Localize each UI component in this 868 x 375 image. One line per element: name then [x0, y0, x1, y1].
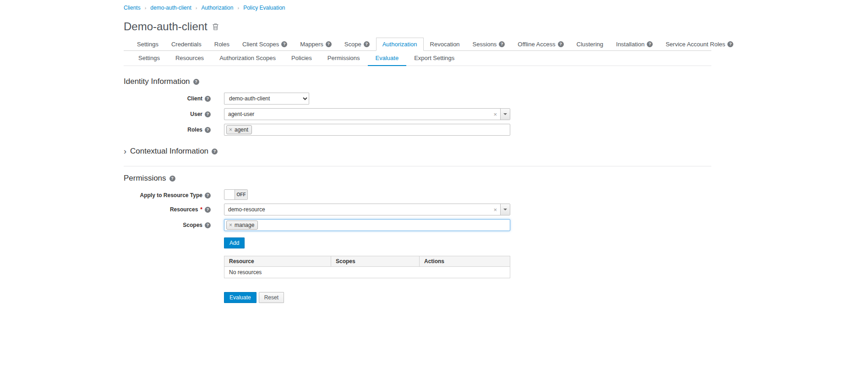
help-icon: ? [281, 41, 287, 47]
tab-label: Roles [214, 41, 229, 48]
breadcrumb: Clients › demo-auth-client › Authorizati… [124, 5, 711, 11]
tab-label: Scope [344, 41, 361, 48]
help-icon: ? [499, 41, 505, 47]
help-icon[interactable]: ? [205, 96, 211, 102]
clear-resource-icon[interactable]: × [490, 207, 500, 213]
tab-service-account-roles[interactable]: Service Account Roles? [659, 38, 740, 51]
tab-settings[interactable]: Settings [131, 38, 165, 51]
remove-role-icon[interactable]: × [229, 127, 232, 132]
subtab-resources[interactable]: Resources [168, 51, 212, 66]
identity-information-title: Identity Information ? [124, 77, 711, 86]
tab-label: Revocation [430, 41, 460, 48]
tab-label: Clustering [577, 41, 604, 48]
tab-label: Client Scopes [242, 41, 279, 48]
scopes-multiselect[interactable]: × manage [224, 219, 510, 231]
subtab-authorization-scopes[interactable]: Authorization Scopes [212, 51, 284, 66]
tab-roles[interactable]: Roles [208, 38, 236, 51]
table-row: No resources [224, 267, 510, 278]
tab-installation[interactable]: Installation? [610, 38, 659, 51]
page-content: Clients › demo-auth-client › Authorizati… [124, 0, 711, 303]
reset-button[interactable]: Reset [259, 292, 284, 303]
tab-revocation[interactable]: Revocation [424, 38, 466, 51]
tab-label: Settings [137, 41, 158, 48]
page-title: Demo-auth-client [124, 20, 207, 33]
tab-clustering[interactable]: Clustering [570, 38, 610, 51]
tab-label: Mappers [300, 41, 323, 48]
subtab-evaluate[interactable]: Evaluate [368, 51, 407, 66]
table-header-actions: Actions [420, 256, 510, 267]
tab-client-scopes[interactable]: Client Scopes? [236, 38, 294, 51]
role-tag-label: agent [235, 126, 248, 133]
client-label: Client ? [124, 93, 211, 102]
breadcrumb-link-clients[interactable]: Clients [124, 5, 141, 11]
table-header-scopes: Scopes [331, 256, 420, 267]
role-tag: × agent [226, 125, 252, 134]
tab-mappers[interactable]: Mappers? [294, 38, 338, 51]
user-value: agent-user [224, 111, 490, 117]
evaluate-button[interactable]: Evaluate [224, 292, 257, 303]
help-icon[interactable]: ? [205, 207, 211, 213]
tab-offline-access[interactable]: Offline Access? [511, 38, 570, 51]
contextual-information-header[interactable]: › Contextual Information ? [124, 147, 711, 156]
identity-information-section: Identity Information ? Client ? demo-aut… [124, 77, 711, 136]
breadcrumb-link-policy-evaluation[interactable]: Policy Evaluation [243, 5, 285, 11]
tab-sessions[interactable]: Sessions? [466, 38, 512, 51]
help-icon[interactable]: ? [205, 127, 211, 133]
table-header-resource: Resource [224, 256, 331, 267]
chevron-down-icon [503, 113, 507, 115]
tab-label: Offline Access [518, 41, 555, 48]
apply-resource-type-toggle[interactable]: OFF [224, 189, 248, 200]
resources-dropdown-toggle[interactable] [500, 204, 510, 215]
toggle-off-label: OFF [235, 190, 247, 199]
clear-user-icon[interactable]: × [490, 111, 500, 117]
tab-authorization[interactable]: Authorization [376, 38, 424, 51]
breadcrumb-separator: › [145, 5, 147, 11]
authorization-sub-tabs: Settings Resources Authorization Scopes … [124, 51, 711, 66]
section-title-text: Identity Information [124, 77, 190, 86]
roles-multiselect[interactable]: × agent [224, 124, 510, 136]
tab-label: Credentials [171, 41, 202, 48]
tab-scope[interactable]: Scope? [338, 38, 376, 51]
evaluation-resources-table: Resource Scopes Actions No resources [224, 256, 510, 278]
scopes-label: Scopes ? [124, 219, 211, 228]
subtab-policies[interactable]: Policies [284, 51, 320, 66]
tab-label: Installation [616, 41, 644, 48]
breadcrumb-link-authorization[interactable]: Authorization [201, 5, 233, 11]
help-icon[interactable]: ? [205, 111, 211, 117]
chevron-right-icon: › [124, 148, 126, 154]
resources-combobox[interactable]: demo-resource × [224, 204, 510, 215]
remove-scope-icon[interactable]: × [229, 222, 232, 228]
tab-label: Service Account Roles [666, 41, 725, 48]
chevron-down-icon [503, 209, 507, 210]
help-icon[interactable]: ? [169, 176, 175, 182]
contextual-information-section: › Contextual Information ? [124, 147, 711, 156]
permissions-section: Permissions ? Apply to Resource Type ? O… [124, 166, 711, 303]
tab-credentials[interactable]: Credentials [165, 38, 208, 51]
permissions-title: Permissions ? [124, 174, 711, 183]
help-icon[interactable]: ? [205, 193, 211, 199]
apply-resource-type-label: Apply to Resource Type ? [124, 189, 211, 199]
help-icon: ? [326, 41, 332, 47]
subtab-export-settings[interactable]: Export Settings [406, 51, 462, 66]
tab-label: Sessions [473, 41, 497, 48]
section-title-text: Contextual Information [130, 147, 208, 156]
subtab-permissions[interactable]: Permissions [320, 51, 368, 66]
user-dropdown-toggle[interactable] [500, 109, 510, 120]
section-title-text: Permissions [124, 174, 166, 183]
scope-tag: × manage [226, 221, 258, 230]
client-select[interactable]: demo-auth-client [224, 93, 309, 105]
add-button[interactable]: Add [224, 237, 245, 248]
resource-value: demo-resource [224, 206, 490, 213]
subtab-settings[interactable]: Settings [131, 51, 168, 66]
scope-tag-label: manage [235, 221, 254, 229]
help-icon[interactable]: ? [212, 149, 218, 154]
user-combobox[interactable]: agent-user × [224, 108, 510, 120]
tab-label: Authorization [382, 41, 417, 48]
delete-client-icon[interactable] [212, 23, 219, 30]
help-icon[interactable]: ? [193, 79, 199, 85]
breadcrumb-link-demo-auth-client[interactable]: demo-auth-client [150, 5, 191, 11]
user-label: User ? [124, 108, 211, 117]
help-icon: ? [647, 41, 653, 47]
breadcrumb-separator: › [237, 5, 239, 11]
help-icon[interactable]: ? [205, 222, 211, 228]
